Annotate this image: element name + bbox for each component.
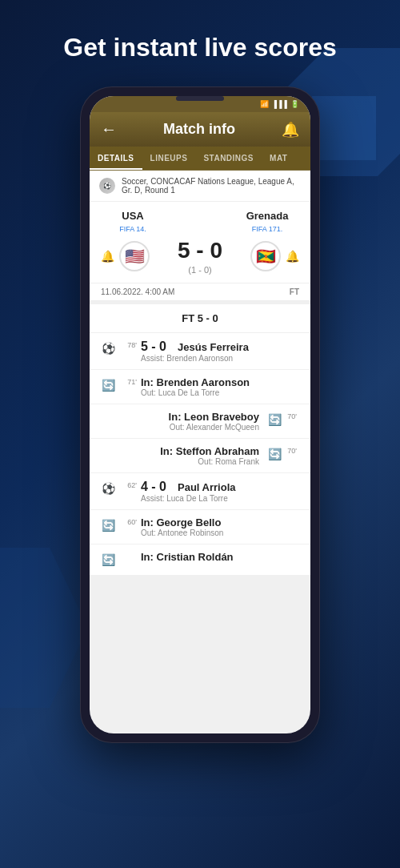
- sub-icon: 🔄: [99, 516, 117, 534]
- sub-in: In: Cristian Roldán: [141, 551, 301, 563]
- score-section: USA Grenada FIFA 14. FIFA 171. 🔔 🇺🇸 5 -: [90, 202, 310, 283]
- tabs-bar: DETAILS LINEUPS STANDINGS MAT: [90, 147, 310, 171]
- sub-out: Out: Antonee Robinson: [141, 528, 301, 537]
- sub-out: Out: Alexander McQueen: [99, 423, 259, 432]
- tab-mat[interactable]: MAT: [262, 147, 295, 170]
- match-status: FT: [290, 287, 299, 296]
- home-bell[interactable]: 🔔: [101, 250, 114, 263]
- away-team-name: Grenada: [235, 210, 299, 222]
- away-fifa-rank: FIFA 171.: [235, 225, 299, 233]
- event-score-value: 5 - 0: [141, 340, 166, 354]
- tab-lineups[interactable]: LINEUPS: [142, 147, 196, 170]
- event-score-value: 4 - 0: [141, 480, 166, 494]
- sub-in: In: George Bello: [141, 516, 301, 528]
- header-title: Match info: [163, 121, 235, 138]
- event-row: 70' 🔄 In: Leon Braveboy Out: Alexander M…: [90, 404, 310, 439]
- away-flag-container: 🇬🇩 🔔: [250, 241, 299, 271]
- event-content: 5 - 0 Jesús Ferreira Assist: Brenden Aar…: [141, 340, 301, 363]
- event-minute: 78': [123, 341, 141, 349]
- event-minute: 62': [123, 481, 141, 489]
- event-assist: Assist: Brenden Aaronson: [141, 354, 301, 363]
- event-assist: Assist: Luca De La Torre: [141, 494, 301, 503]
- phone-mockup: 📶 ▐▐▐ 🔋 ← Match info 🔔 DETAILS LINEUPS: [0, 86, 400, 743]
- phone-frame: 📶 ▐▐▐ 🔋 ← Match info 🔔 DETAILS LINEUPS: [80, 86, 320, 743]
- events-header: FT 5 - 0: [90, 304, 310, 333]
- sub-in: In: Steffon Abraham: [99, 445, 259, 457]
- sub-icon: 🔄: [266, 445, 283, 463]
- event-row: 70' 🔄 In: Steffon Abraham Out: Roma Fran…: [90, 439, 310, 473]
- sub-icon: 🔄: [99, 551, 117, 569]
- sub-out: Out: Roma Frank: [99, 457, 259, 466]
- sub-out: Out: Luca De La Torre: [141, 388, 301, 397]
- home-team-name: USA: [101, 210, 165, 222]
- sub-in: In: Leon Braveboy: [99, 411, 259, 423]
- away-bell[interactable]: 🔔: [286, 250, 299, 263]
- home-flag: 🇺🇸: [119, 241, 150, 271]
- event-row: 🔄 60' In: George Bello Out: Antonee Robi…: [90, 510, 310, 545]
- event-content: In: Brenden Aaronson Out: Luca De La Tor…: [141, 376, 301, 397]
- flags-score-row: 🔔 🇺🇸 5 - 0 (1 - 0) 🇬🇩 🔔: [101, 238, 299, 275]
- event-row: ⚽ 78' 5 - 0 Jesús Ferreira Assist: Brend…: [90, 333, 310, 370]
- home-fifa-rank: FIFA 14.: [101, 225, 165, 233]
- halftime-score: (1 - 0): [178, 265, 222, 275]
- score-event: 5 - 0 Jesús Ferreira: [141, 340, 301, 354]
- sub-in: In: Brenden Aaronson: [141, 376, 301, 388]
- goal-icon: ⚽: [99, 480, 117, 497]
- event-row: 🔄 In: Cristian Roldán: [90, 545, 310, 575]
- away-flag: 🇬🇩: [250, 241, 281, 271]
- league-logo: ⚽: [99, 178, 115, 194]
- league-info: ⚽ Soccer, CONCACAF Nations League, Leagu…: [90, 171, 310, 202]
- page-title: Get instant live scores: [0, 0, 400, 78]
- events-section: FT 5 - 0 ⚽ 78' 5 - 0 Jesús Ferreira Assi…: [90, 304, 310, 575]
- match-date: 11.06.2022. 4:00 AM: [101, 287, 174, 296]
- sub-icon: 🔄: [266, 411, 283, 428]
- league-name: Soccer, CONCACAF Nations League, League …: [122, 177, 301, 195]
- goal-icon: ⚽: [99, 340, 117, 357]
- score-event: 4 - 0 Paul Arriola: [141, 480, 301, 494]
- app-header: ← Match info 🔔: [90, 112, 310, 147]
- match-score: 5 - 0: [178, 238, 222, 263]
- battery-icon: 🔋: [290, 100, 299, 108]
- notification-bell[interactable]: 🔔: [282, 121, 299, 139]
- back-button[interactable]: ←: [101, 120, 117, 139]
- event-content: 4 - 0 Paul Arriola Assist: Luca De La To…: [141, 480, 301, 503]
- event-player: Jesús Ferreira: [178, 341, 249, 353]
- event-minute: 60': [123, 518, 141, 526]
- wifi-icon: 📶: [260, 100, 269, 108]
- event-row: 🔄 71' In: Brenden Aaronson Out: Luca De …: [90, 370, 310, 404]
- tab-standings[interactable]: STANDINGS: [195, 147, 262, 170]
- match-date-row: 11.06.2022. 4:00 AM FT: [90, 283, 310, 301]
- event-content: In: Leon Braveboy Out: Alexander McQueen: [99, 411, 259, 432]
- event-content: In: Steffon Abraham Out: Roma Frank: [99, 445, 259, 466]
- event-row: ⚽ 62' 4 - 0 Paul Arriola Assist: Luca De…: [90, 473, 310, 510]
- phone-notch: [176, 96, 224, 101]
- event-content: In: George Bello Out: Antonee Robinson: [141, 516, 301, 537]
- fifa-ranks-row: FIFA 14. FIFA 171.: [101, 225, 299, 233]
- team-names-row: USA Grenada: [101, 210, 299, 222]
- event-minute: 70': [283, 447, 301, 455]
- sub-icon: 🔄: [99, 376, 117, 394]
- event-player: Paul Arriola: [178, 481, 235, 493]
- phone-screen: 📶 ▐▐▐ 🔋 ← Match info 🔔 DETAILS LINEUPS: [90, 96, 310, 733]
- event-minute: 71': [123, 378, 141, 386]
- signal-icon: ▐▐▐: [272, 100, 287, 108]
- tab-details[interactable]: DETAILS: [90, 147, 142, 170]
- event-minute: 70': [283, 412, 301, 420]
- home-flag-container: 🔔 🇺🇸: [101, 241, 150, 271]
- event-content: In: Cristian Roldán: [141, 551, 301, 563]
